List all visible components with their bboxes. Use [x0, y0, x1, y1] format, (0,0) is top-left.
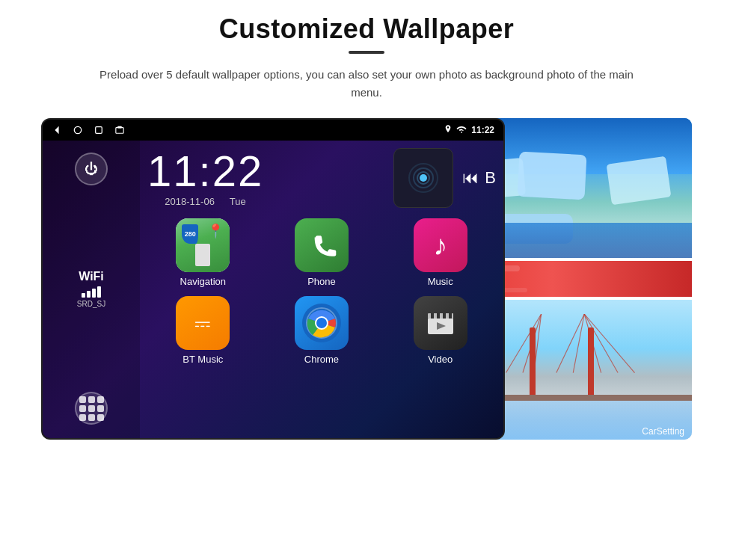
app-item-video[interactable]: Video: [384, 296, 496, 365]
clock-block: 11:22 2018-11-06 Tue: [147, 150, 263, 207]
app-item-music[interactable]: ♪ Music: [384, 218, 496, 287]
bluetooth-icon: ⎓: [194, 307, 211, 339]
chrome-logo-icon: [302, 304, 341, 342]
svg-point-1: [74, 126, 81, 133]
svg-line-17: [523, 314, 542, 373]
title-divider: [349, 51, 384, 54]
home-nav-icon[interactable]: [73, 125, 83, 135]
page-wrapper: Customized Wallpaper Preload over 5 defa…: [0, 0, 733, 560]
android-device: 11:22 ⏻ WiFi SRD_SJ: [41, 118, 505, 440]
status-time: 11:22: [471, 125, 494, 135]
clock-date: 2018-11-06 Tue: [147, 196, 263, 207]
music-note-icon: ♪: [433, 230, 447, 262]
app-item-bt-music[interactable]: ⎓ BT Music: [147, 296, 259, 365]
svg-line-19: [556, 314, 584, 373]
back-nav-icon[interactable]: [52, 125, 62, 135]
music-app-icon: ♪: [414, 218, 467, 272]
clock-date-text: 2018-11-06: [165, 196, 215, 207]
chrome-app-label: Chrome: [304, 354, 339, 365]
recents-nav-icon[interactable]: [93, 125, 104, 135]
status-bar: 11:22: [43, 120, 503, 141]
svg-rect-11: [431, 313, 434, 319]
bt-music-app-icon: ⎓: [176, 296, 230, 350]
apps-grid-icon: [79, 396, 104, 421]
wifi-ssid: SRD_SJ: [77, 300, 105, 308]
b-label: B: [485, 168, 496, 188]
page-subtitle: Preload over 5 default wallpaper options…: [97, 66, 636, 102]
android-screen-area: 11:22 ⏻ WiFi SRD_SJ: [41, 118, 692, 440]
svg-point-8: [316, 318, 327, 328]
android-sidebar: ⏻ WiFi SRD_SJ: [43, 141, 140, 438]
clock-time: 11:22: [147, 150, 263, 193]
video-clapper-icon: [423, 306, 458, 340]
svg-line-21: [584, 314, 601, 373]
video-app-label: Video: [428, 354, 453, 365]
app-item-chrome[interactable]: Chrome: [266, 296, 378, 365]
radio-signal: [407, 161, 440, 194]
app-item-navigation[interactable]: 280 📍 Navigation: [147, 218, 259, 287]
svg-rect-14: [449, 313, 452, 319]
apps-button[interactable]: [75, 392, 108, 425]
video-app-icon: [414, 296, 467, 350]
wifi-bar-3: [92, 289, 96, 298]
svg-line-20: [573, 314, 584, 373]
nav-pin: 📍: [207, 223, 224, 239]
widget-area: ⏮ B: [393, 148, 496, 208]
clock-area: 11:22 2018-11-06 Tue: [147, 141, 496, 214]
app-grid: 280 📍 Navigation: [147, 214, 496, 365]
android-main: ⏻ WiFi SRD_SJ: [43, 141, 503, 438]
status-bar-right: 11:22: [444, 125, 494, 136]
screenshot-nav-icon[interactable]: [114, 125, 125, 135]
svg-rect-13: [443, 313, 446, 319]
radio-widget[interactable]: [393, 148, 453, 208]
svg-marker-0: [55, 126, 58, 134]
wifi-label: WiFi: [77, 270, 105, 283]
svg-rect-12: [437, 313, 440, 319]
app-item-phone[interactable]: Phone: [266, 218, 378, 287]
page-title: Customized Wallpaper: [219, 13, 515, 45]
signal-icon: [456, 125, 467, 135]
wifi-bar-4: [97, 286, 101, 298]
wifi-bars: [77, 286, 105, 298]
android-center: 11:22 2018-11-06 Tue: [140, 141, 503, 438]
svg-line-22: [584, 314, 618, 373]
wifi-bar-1: [82, 293, 85, 298]
status-bar-nav: [52, 125, 125, 135]
chrome-app-icon: [295, 296, 349, 350]
phone-icon: [305, 229, 338, 262]
carsetting-label: CarSetting: [642, 426, 684, 437]
phone-app-label: Phone: [307, 276, 336, 287]
navigation-app-label: Navigation: [180, 276, 226, 287]
wifi-info: WiFi SRD_SJ: [77, 270, 105, 308]
media-controls: ⏮ B: [462, 168, 496, 188]
svg-line-18: [534, 314, 542, 373]
music-app-label: Music: [428, 276, 453, 287]
navigation-app-icon: 280 📍: [176, 218, 230, 272]
phone-app-icon: [295, 218, 349, 272]
svg-line-23: [584, 314, 634, 373]
location-icon: [444, 125, 452, 136]
svg-rect-2: [96, 127, 102, 134]
wifi-bar-2: [87, 291, 91, 298]
svg-rect-3: [116, 128, 123, 134]
svg-line-16: [506, 314, 542, 373]
prev-track-icon[interactable]: ⏮: [462, 168, 479, 188]
power-button[interactable]: ⏻: [75, 153, 108, 185]
clock-day-text: Tue: [230, 196, 246, 207]
bt-music-app-label: BT Music: [183, 354, 223, 365]
nav-shield: 280: [182, 224, 198, 244]
svg-rect-4: [117, 126, 121, 129]
